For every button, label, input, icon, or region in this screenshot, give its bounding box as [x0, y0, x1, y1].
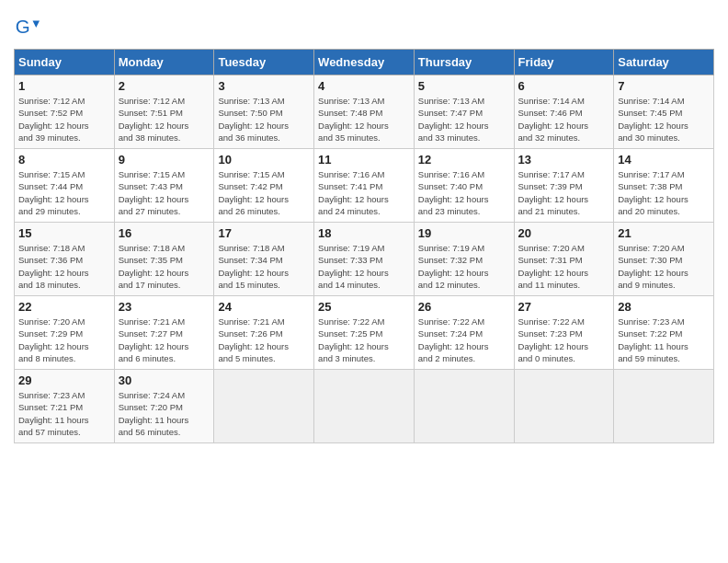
svg-text:G: G — [16, 16, 30, 37]
day-info: Sunrise: 7:13 AM Sunset: 7:48 PM Dayligh… — [318, 95, 410, 144]
day-info: Sunrise: 7:22 AM Sunset: 7:23 PM Dayligh… — [518, 316, 610, 364]
col-header-monday: Monday — [114, 50, 214, 75]
column-headers: SundayMondayTuesdayWednesdayThursdayFrid… — [15, 50, 714, 75]
day-cell-3: 3Sunrise: 7:13 AM Sunset: 7:50 PM Daylig… — [214, 75, 314, 149]
day-info: Sunrise: 7:18 AM Sunset: 7:36 PM Dayligh… — [18, 242, 110, 291]
day-cell-8: 8Sunrise: 7:15 AM Sunset: 7:44 PM Daylig… — [15, 149, 115, 223]
day-info: Sunrise: 7:20 AM Sunset: 7:30 PM Dayligh… — [618, 242, 710, 291]
day-number: 30 — [119, 373, 210, 387]
week-row-1: 8Sunrise: 7:15 AM Sunset: 7:44 PM Daylig… — [15, 149, 714, 223]
day-cell-23: 23Sunrise: 7:21 AM Sunset: 7:27 PM Dayli… — [114, 296, 214, 370]
day-cell-9: 9Sunrise: 7:15 AM Sunset: 7:43 PM Daylig… — [114, 149, 214, 223]
day-number: 26 — [418, 300, 510, 314]
day-cell-14: 14Sunrise: 7:17 AM Sunset: 7:38 PM Dayli… — [614, 149, 714, 223]
day-info: Sunrise: 7:13 AM Sunset: 7:50 PM Dayligh… — [218, 95, 310, 144]
day-cell-28: 28Sunrise: 7:23 AM Sunset: 7:22 PM Dayli… — [614, 296, 714, 370]
day-cell-empty — [314, 370, 415, 443]
day-info: Sunrise: 7:20 AM Sunset: 7:31 PM Dayligh… — [518, 242, 610, 291]
day-info: Sunrise: 7:14 AM Sunset: 7:45 PM Dayligh… — [618, 95, 710, 144]
day-number: 23 — [119, 300, 210, 314]
day-cell-30: 30Sunrise: 7:24 AM Sunset: 7:20 PM Dayli… — [114, 370, 214, 443]
day-cell-22: 22Sunrise: 7:20 AM Sunset: 7:29 PM Dayli… — [15, 296, 115, 370]
day-number: 17 — [218, 226, 310, 240]
day-number: 19 — [418, 226, 510, 240]
day-info: Sunrise: 7:24 AM Sunset: 7:20 PM Dayligh… — [119, 389, 210, 438]
day-number: 11 — [318, 153, 410, 167]
day-number: 22 — [18, 300, 110, 314]
day-cell-16: 16Sunrise: 7:18 AM Sunset: 7:35 PM Dayli… — [114, 223, 214, 296]
day-cell-26: 26Sunrise: 7:22 AM Sunset: 7:24 PM Dayli… — [414, 296, 514, 370]
day-info: Sunrise: 7:12 AM Sunset: 7:52 PM Dayligh… — [18, 95, 110, 144]
day-cell-6: 6Sunrise: 7:14 AM Sunset: 7:46 PM Daylig… — [514, 75, 614, 149]
day-number: 6 — [518, 79, 610, 93]
day-info: Sunrise: 7:22 AM Sunset: 7:25 PM Dayligh… — [318, 316, 410, 364]
day-info: Sunrise: 7:23 AM Sunset: 7:21 PM Dayligh… — [18, 389, 110, 438]
calendar-table: SundayMondayTuesdayWednesdayThursdayFrid… — [14, 49, 714, 443]
day-number: 12 — [418, 153, 510, 167]
day-info: Sunrise: 7:15 AM Sunset: 7:44 PM Dayligh… — [18, 168, 110, 217]
day-cell-15: 15Sunrise: 7:18 AM Sunset: 7:36 PM Dayli… — [15, 223, 115, 296]
day-number: 10 — [218, 153, 310, 167]
day-info: Sunrise: 7:16 AM Sunset: 7:40 PM Dayligh… — [418, 168, 510, 217]
day-info: Sunrise: 7:19 AM Sunset: 7:32 PM Dayligh… — [418, 242, 510, 291]
day-number: 8 — [18, 153, 110, 167]
header: G — [14, 14, 714, 40]
day-number: 1 — [18, 79, 110, 93]
day-number: 27 — [518, 300, 610, 314]
day-number: 15 — [18, 226, 110, 240]
day-number: 9 — [119, 153, 210, 167]
day-cell-17: 17Sunrise: 7:18 AM Sunset: 7:34 PM Dayli… — [214, 223, 314, 296]
day-number: 24 — [218, 300, 310, 314]
day-number: 21 — [618, 226, 710, 240]
day-cell-empty — [214, 370, 314, 443]
col-header-friday: Friday — [514, 50, 614, 75]
week-row-0: 1Sunrise: 7:12 AM Sunset: 7:52 PM Daylig… — [15, 75, 714, 149]
week-row-4: 29Sunrise: 7:23 AM Sunset: 7:21 PM Dayli… — [15, 370, 714, 443]
day-cell-5: 5Sunrise: 7:13 AM Sunset: 7:47 PM Daylig… — [414, 75, 514, 149]
day-info: Sunrise: 7:16 AM Sunset: 7:41 PM Dayligh… — [318, 168, 410, 217]
day-cell-18: 18Sunrise: 7:19 AM Sunset: 7:33 PM Dayli… — [314, 223, 415, 296]
day-info: Sunrise: 7:20 AM Sunset: 7:29 PM Dayligh… — [18, 316, 110, 364]
day-cell-empty — [514, 370, 614, 443]
svg-marker-1 — [33, 20, 40, 27]
day-cell-2: 2Sunrise: 7:12 AM Sunset: 7:51 PM Daylig… — [114, 75, 214, 149]
col-header-tuesday: Tuesday — [214, 50, 314, 75]
day-number: 28 — [618, 300, 710, 314]
day-number: 29 — [18, 373, 110, 387]
day-cell-25: 25Sunrise: 7:22 AM Sunset: 7:25 PM Dayli… — [314, 296, 415, 370]
week-row-2: 15Sunrise: 7:18 AM Sunset: 7:36 PM Dayli… — [15, 223, 714, 296]
day-info: Sunrise: 7:18 AM Sunset: 7:35 PM Dayligh… — [119, 242, 210, 291]
day-number: 7 — [618, 79, 710, 93]
day-number: 13 — [518, 153, 610, 167]
day-cell-1: 1Sunrise: 7:12 AM Sunset: 7:52 PM Daylig… — [15, 75, 115, 149]
day-number: 3 — [218, 79, 310, 93]
day-info: Sunrise: 7:22 AM Sunset: 7:24 PM Dayligh… — [418, 316, 510, 364]
day-info: Sunrise: 7:13 AM Sunset: 7:47 PM Dayligh… — [418, 95, 510, 144]
day-info: Sunrise: 7:12 AM Sunset: 7:51 PM Dayligh… — [119, 95, 210, 144]
day-number: 14 — [618, 153, 710, 167]
day-number: 25 — [318, 300, 410, 314]
day-cell-7: 7Sunrise: 7:14 AM Sunset: 7:45 PM Daylig… — [614, 75, 714, 149]
day-cell-20: 20Sunrise: 7:20 AM Sunset: 7:31 PM Dayli… — [514, 223, 614, 296]
day-info: Sunrise: 7:23 AM Sunset: 7:22 PM Dayligh… — [618, 316, 710, 364]
day-number: 18 — [318, 226, 410, 240]
day-info: Sunrise: 7:15 AM Sunset: 7:43 PM Dayligh… — [119, 168, 210, 217]
day-info: Sunrise: 7:17 AM Sunset: 7:39 PM Dayligh… — [518, 168, 610, 217]
col-header-saturday: Saturday — [614, 50, 714, 75]
day-info: Sunrise: 7:17 AM Sunset: 7:38 PM Dayligh… — [618, 168, 710, 217]
col-header-thursday: Thursday — [414, 50, 514, 75]
day-cell-19: 19Sunrise: 7:19 AM Sunset: 7:32 PM Dayli… — [414, 223, 514, 296]
day-number: 2 — [119, 79, 210, 93]
day-info: Sunrise: 7:21 AM Sunset: 7:26 PM Dayligh… — [218, 316, 310, 364]
day-cell-21: 21Sunrise: 7:20 AM Sunset: 7:30 PM Dayli… — [614, 223, 714, 296]
week-row-3: 22Sunrise: 7:20 AM Sunset: 7:29 PM Dayli… — [15, 296, 714, 370]
day-cell-11: 11Sunrise: 7:16 AM Sunset: 7:41 PM Dayli… — [314, 149, 415, 223]
day-cell-29: 29Sunrise: 7:23 AM Sunset: 7:21 PM Dayli… — [15, 370, 115, 443]
logo-icon: G — [14, 14, 40, 40]
day-info: Sunrise: 7:21 AM Sunset: 7:27 PM Dayligh… — [119, 316, 210, 364]
day-cell-24: 24Sunrise: 7:21 AM Sunset: 7:26 PM Dayli… — [214, 296, 314, 370]
day-number: 20 — [518, 226, 610, 240]
day-info: Sunrise: 7:18 AM Sunset: 7:34 PM Dayligh… — [218, 242, 310, 291]
day-cell-empty — [614, 370, 714, 443]
day-cell-27: 27Sunrise: 7:22 AM Sunset: 7:23 PM Dayli… — [514, 296, 614, 370]
